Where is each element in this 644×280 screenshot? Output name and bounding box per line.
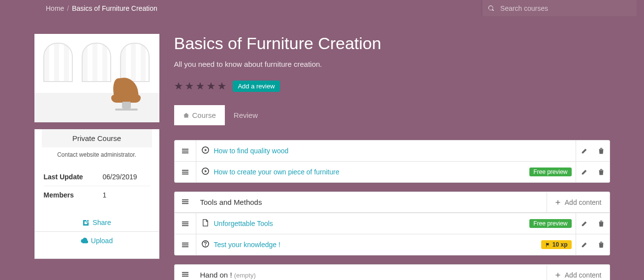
bars-icon — [182, 147, 189, 155]
contact-admin-text: Contact website administrator. — [35, 151, 159, 165]
add-content-label: Add content — [565, 198, 602, 206]
pencil-icon — [581, 168, 588, 175]
share-label: Share — [92, 219, 111, 226]
rating-row: Add a review — [174, 80, 610, 92]
pencil-icon — [581, 241, 588, 248]
pencil-icon — [581, 147, 588, 154]
drag-handle[interactable] — [175, 271, 196, 280]
xp-value: 10 xp — [552, 241, 568, 248]
star-rating[interactable] — [174, 80, 226, 92]
course-image — [34, 34, 159, 122]
main-column: Basics of Furniture Creation All you nee… — [174, 16, 610, 280]
bars-icon — [182, 168, 189, 176]
free-preview-badge: Free preview — [529, 219, 571, 228]
content-link[interactable]: How to create your own piece of furnitur… — [214, 168, 339, 176]
breadcrumb-separator: / — [67, 4, 69, 12]
delete-button[interactable] — [593, 213, 610, 234]
share-button[interactable]: Share — [82, 214, 111, 231]
delete-button[interactable] — [593, 234, 610, 255]
content-row: How to find quality wood — [175, 140, 610, 161]
members-label: Members — [44, 191, 103, 199]
section-hand-on: Hand on ! (empty) Add content — [174, 264, 610, 280]
content-link[interactable]: How to find quality wood — [214, 147, 289, 155]
add-content-button[interactable]: Add content — [547, 265, 610, 280]
trash-icon — [598, 147, 605, 154]
last-update-label: Last Update — [44, 173, 103, 181]
breadcrumb: Home / Basics of Furniture Creation — [46, 4, 157, 12]
home-icon — [183, 112, 189, 118]
play-icon — [196, 140, 210, 161]
pencil-icon — [581, 220, 588, 227]
add-content-label: Add content — [565, 271, 602, 279]
drag-handle[interactable] — [175, 234, 196, 255]
content-area: How to find quality wood How to create y… — [174, 125, 610, 280]
add-review-button[interactable]: Add a review — [233, 81, 279, 92]
delete-button[interactable] — [593, 162, 610, 182]
members-value: 1 — [103, 191, 107, 199]
content-row: How to create your own piece of furnitur… — [175, 161, 610, 182]
edit-button[interactable] — [576, 213, 593, 234]
upload-button[interactable]: Upload — [81, 232, 113, 250]
tab-course[interactable]: Course — [174, 105, 225, 125]
last-update-value: 06/29/2019 — [103, 173, 137, 181]
tabs: Course Review — [174, 105, 610, 125]
free-preview-badge: Free preview — [529, 168, 571, 176]
bars-icon — [182, 241, 189, 249]
content-link[interactable]: Test your knowledge ! — [214, 241, 280, 249]
section-tools-and-methods: Tools and Methods Add content Unforgetta… — [174, 192, 610, 255]
top-bar: Home / Basics of Furniture Creation — [0, 0, 644, 16]
trash-icon — [598, 241, 605, 248]
privacy-badge: Private Course — [42, 129, 152, 147]
upload-label: Upload — [91, 237, 113, 245]
tab-course-label: Course — [192, 111, 216, 119]
trash-icon — [598, 220, 605, 227]
delete-button[interactable] — [593, 140, 610, 161]
course-title: Basics of Furniture Creation — [174, 34, 610, 53]
section-title: Hand on ! (empty) — [196, 265, 547, 280]
breadcrumb-current: Basics of Furniture Creation — [72, 4, 157, 12]
trash-icon — [598, 168, 605, 175]
drag-handle[interactable] — [175, 198, 196, 207]
drag-handle[interactable] — [175, 162, 196, 182]
meta-members: Members 1 — [44, 186, 150, 204]
xp-badge: 10 xp — [541, 240, 572, 249]
edit-button[interactable] — [576, 140, 593, 161]
breadcrumb-home[interactable]: Home — [46, 4, 64, 12]
drag-handle[interactable] — [175, 213, 196, 234]
question-icon — [196, 234, 210, 255]
edit-button[interactable] — [576, 234, 593, 255]
drag-handle[interactable] — [175, 140, 196, 161]
course-subtitle: All you need to know about furniture cre… — [174, 60, 610, 68]
empty-hint: (empty) — [234, 272, 256, 279]
plus-icon — [555, 272, 561, 278]
plus-icon — [555, 199, 561, 205]
bars-icon — [182, 198, 189, 205]
meta-last-update: Last Update 06/29/2019 — [44, 168, 150, 186]
play-icon — [196, 162, 210, 182]
content-row: Test your knowledge ! 10 xp — [175, 234, 610, 255]
flag-icon — [545, 242, 551, 248]
content-row: Unforgettable Tools Free preview — [175, 213, 610, 234]
search-icon — [488, 5, 494, 12]
sidebar: Private Course Contact website administr… — [34, 16, 159, 280]
edit-button[interactable] — [576, 162, 593, 182]
search-box[interactable] — [482, 0, 637, 16]
section-title: Tools and Methods — [196, 192, 547, 212]
file-icon — [196, 213, 210, 234]
hero-banner: Private Course Contact website administr… — [0, 16, 644, 280]
share-icon — [82, 219, 90, 226]
bars-icon — [182, 220, 189, 227]
tab-review[interactable]: Review — [225, 105, 267, 125]
add-content-button[interactable]: Add content — [547, 193, 610, 212]
sidebar-panel: Private Course Contact website administr… — [34, 129, 159, 259]
upload-icon — [81, 237, 88, 245]
tab-review-label: Review — [234, 111, 258, 119]
search-input[interactable] — [500, 4, 631, 12]
bars-icon — [182, 271, 189, 278]
section-unnamed: How to find quality wood How to create y… — [174, 140, 610, 183]
content-link[interactable]: Unforgettable Tools — [214, 220, 273, 227]
